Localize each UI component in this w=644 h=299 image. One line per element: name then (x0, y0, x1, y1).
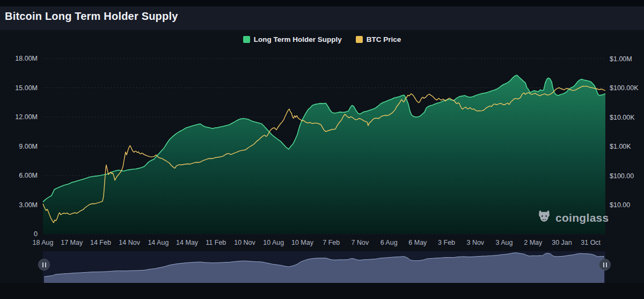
legend-label-btc-price: BTC Price (367, 35, 401, 43)
y-axis-label-left: 0 (0, 230, 38, 238)
chart-legend: Long Term Holder Supply BTC Price (0, 35, 644, 43)
y-axis-label-right: $1.00K (610, 143, 631, 150)
y-axis-label-left: 18.00M (0, 55, 38, 62)
y-axis-label-right: $100.00K (610, 84, 639, 92)
y-axis-label-right: $100.00 (610, 172, 634, 180)
legend-item-btc-price[interactable]: BTC Price (356, 35, 401, 43)
y-axis-label-left: 6.00M (0, 172, 38, 179)
coinglass-chart-widget: Bitcoin Long Term Holder Supply Long Ter… (0, 0, 644, 299)
y-axis-label-right: $10.00 (610, 201, 630, 209)
chart-plot-area[interactable] (43, 54, 605, 234)
y-axis-label-left: 12.00M (0, 113, 38, 121)
navigator-right-handle[interactable] (599, 259, 611, 271)
y-axis-label-right: $1.00M (610, 55, 632, 63)
navigator-left-handle[interactable] (38, 259, 50, 271)
legend-swatch-green (243, 36, 250, 43)
y-axis-label-left: 9.00M (0, 143, 38, 150)
y-axis-label-right: $10.00K (610, 114, 635, 121)
legend-item-lth-supply[interactable]: Long Term Holder Supply (243, 35, 342, 43)
legend-swatch-yellow (356, 36, 363, 43)
x-axis-label: 31 Oct (572, 239, 610, 246)
y-axis-label-left: 3.00M (0, 201, 38, 209)
range-navigator-track[interactable] (43, 251, 605, 283)
y-axis-label-left: 15.00M (0, 84, 38, 92)
legend-label-lth-supply: Long Term Holder Supply (254, 35, 342, 43)
